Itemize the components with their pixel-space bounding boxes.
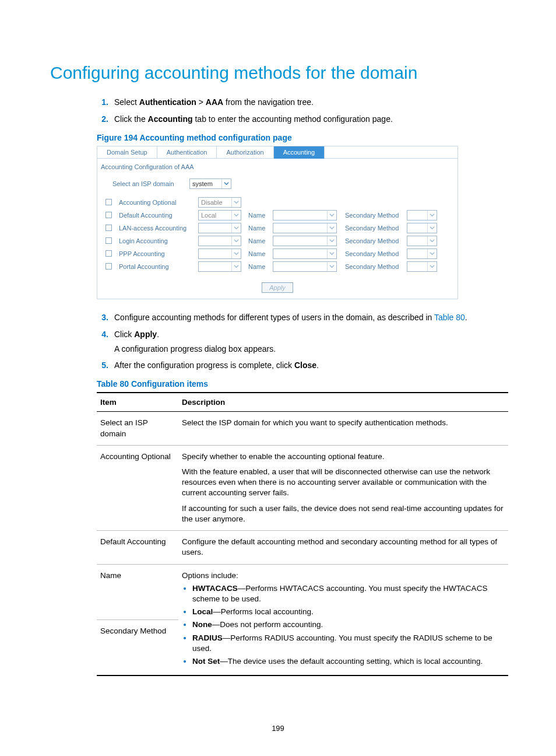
method-select[interactable]: [198, 249, 241, 259]
name-label: Name: [248, 237, 269, 244]
text: RADIUS: [192, 634, 223, 642]
secondary-select[interactable]: [407, 236, 437, 246]
th-item: Item: [97, 393, 178, 412]
chevron-down-icon: [427, 236, 437, 246]
isp-select-row: Select an ISP domain system: [97, 174, 458, 196]
text: .: [465, 313, 467, 322]
row-portal: Portal Accounting Name Secondary Method: [104, 260, 451, 273]
name-select[interactable]: [273, 223, 337, 233]
row-label: Accounting Optional: [119, 199, 195, 206]
row-label: Default Accounting: [119, 212, 195, 219]
cell-item: Select an ISP domain: [97, 412, 178, 445]
text: Accounting: [148, 114, 193, 124]
secondary-label: Secondary Method: [345, 212, 403, 219]
text: Apply: [134, 330, 157, 339]
para: If accounting for such a user fails, the…: [182, 503, 505, 524]
name-select[interactable]: [273, 261, 337, 272]
tab-authorization[interactable]: Authorization: [217, 146, 273, 159]
row-login: Login Accounting Name Secondary Method: [104, 235, 451, 247]
row-lan-access: LAN-access Accounting Name Secondary Met…: [104, 222, 451, 235]
tab-accounting[interactable]: Accounting: [274, 146, 325, 159]
method-select[interactable]: [198, 236, 241, 246]
text: None: [192, 620, 212, 629]
text: Close: [294, 360, 316, 370]
text: Click: [114, 330, 134, 339]
chevron-down-icon: [231, 249, 241, 258]
row-label: Login Accounting: [119, 237, 195, 244]
checkbox[interactable]: [105, 263, 112, 270]
secondary-select[interactable]: [407, 261, 437, 272]
tab-authentication[interactable]: Authentication: [157, 146, 217, 159]
config-panel: Domain Setup Authentication Authorizatio…: [97, 146, 458, 299]
checkbox[interactable]: [105, 237, 112, 244]
text: HWTACACS: [192, 584, 238, 593]
text: AAA: [206, 97, 223, 107]
secondary-select[interactable]: [407, 249, 437, 259]
chevron-down-icon: [231, 236, 241, 246]
chevron-down-icon: [231, 262, 241, 271]
isp-select-label: Select an ISP domain: [112, 180, 182, 187]
secondary-label: Secondary Method: [345, 263, 403, 270]
name-select[interactable]: [273, 249, 337, 259]
chevron-down-icon: [427, 211, 437, 220]
select-value: Local: [199, 212, 231, 219]
para: With the feature enabled, a user that wi…: [182, 467, 505, 499]
page-title: Configuring accounting methods for the d…: [50, 63, 506, 83]
chevron-down-icon: [327, 249, 336, 258]
text: Select: [114, 97, 139, 107]
text: Local: [192, 607, 213, 616]
checkbox[interactable]: [105, 250, 112, 257]
text: —Does not perform accounting.: [212, 620, 323, 629]
checkbox[interactable]: [105, 225, 112, 231]
row-ppp: PPP Accounting Name Secondary Method: [104, 247, 451, 260]
row-label: Portal Accounting: [119, 263, 195, 270]
checkbox[interactable]: [105, 212, 112, 218]
name-select[interactable]: [273, 210, 337, 220]
list-item: Local—Performs local accounting.: [192, 607, 505, 617]
step-item: Configure accounting methods for differe…: [114, 312, 506, 323]
text: >: [196, 97, 206, 107]
method-select[interactable]: Disable: [198, 197, 241, 208]
chevron-down-icon: [427, 223, 437, 233]
chevron-down-icon: [221, 179, 231, 188]
step-item: Click the Accounting tab to enter the ac…: [114, 114, 506, 125]
apply-button[interactable]: Apply: [262, 282, 293, 293]
secondary-label: Secondary Method: [345, 237, 403, 244]
list-item: HWTACACS—Performs HWTACACS accounting. Y…: [192, 583, 505, 604]
checkbox[interactable]: [105, 199, 112, 205]
table-row: Accounting Optional Specify whether to e…: [97, 445, 508, 530]
options-list: HWTACACS—Performs HWTACACS accounting. Y…: [182, 583, 505, 667]
secondary-select[interactable]: [407, 223, 437, 233]
list-item: Not Set—The device uses the default acco…: [192, 656, 505, 667]
isp-select[interactable]: system: [189, 178, 231, 189]
panel-legend: Accounting Configuration of AAA: [97, 159, 458, 174]
tab-domain-setup[interactable]: Domain Setup: [97, 146, 157, 159]
apply-wrap: Apply: [97, 279, 458, 299]
chevron-down-icon: [231, 211, 241, 220]
name-label: Name: [248, 250, 269, 257]
method-select[interactable]: [198, 261, 241, 272]
name-label: Name: [248, 263, 269, 270]
cell-item: Name: [97, 564, 178, 620]
text: Click the: [114, 114, 148, 124]
method-select[interactable]: [198, 223, 241, 233]
chevron-down-icon: [427, 262, 437, 271]
table-row: Select an ISP domain Select the ISP doma…: [97, 412, 508, 445]
xref[interactable]: Table 80: [434, 313, 465, 322]
chevron-down-icon: [327, 236, 336, 246]
chevron-down-icon: [327, 211, 336, 220]
secondary-select[interactable]: [407, 210, 437, 220]
select-value: Disable: [199, 199, 231, 206]
sub-text: A configuration progress dialog box appe…: [114, 344, 506, 355]
th-desc: Description: [178, 393, 508, 412]
text: —The device uses the default accounting …: [220, 657, 483, 666]
text: tab to enter the accounting method confi…: [193, 114, 393, 124]
name-label: Name: [248, 212, 269, 219]
chevron-down-icon: [231, 223, 241, 233]
secondary-label: Secondary Method: [345, 250, 403, 257]
table-row: Default Accounting Configure the default…: [97, 531, 508, 564]
figure-caption: Figure 194 Accounting method configurati…: [97, 133, 506, 142]
name-select[interactable]: [273, 236, 337, 246]
method-select[interactable]: Local: [198, 210, 241, 220]
text: —Performs local accounting.: [213, 607, 314, 616]
